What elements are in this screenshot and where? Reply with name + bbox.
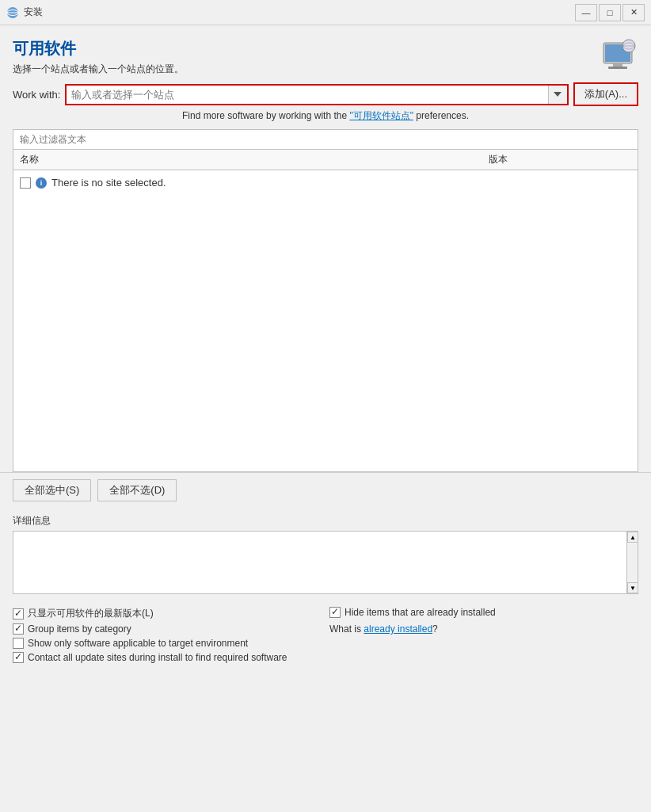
option-left-2: Group items by category [13, 623, 322, 635]
title-bar: 安装 — □ ✕ [0, 0, 651, 25]
hide-installed-checkbox[interactable] [329, 607, 341, 618]
option-right-1: Hide items that are already installed [329, 607, 638, 618]
minimize-button[interactable]: — [575, 4, 597, 21]
contact-update-sites-label: Contact all update sites during install … [28, 652, 287, 663]
hide-installed-label: Hide items that are already installed [345, 607, 496, 618]
buttons-row: 全部选中(S) 全部不选(D) [0, 472, 651, 508]
table-body: i There is no site selected. [13, 170, 638, 471]
chevron-down-icon [554, 92, 562, 97]
option-row-1: 只显示可用软件的最新版本(L) Hide items that are alre… [13, 607, 638, 620]
no-site-text: There is no site selected. [51, 177, 166, 189]
no-site-checkbox[interactable] [20, 177, 31, 189]
find-more-text-before: Find more software by working with the [182, 110, 349, 121]
show-latest-checkbox[interactable] [13, 608, 24, 619]
group-by-category-label: Group items by category [28, 623, 131, 635]
page-header: 可用软件 选择一个站点或者输入一个站点的位置。 [13, 38, 638, 76]
header-icon [597, 38, 638, 76]
details-section: 详细信息 ▲ ▼ [0, 508, 651, 600]
software-table: 名称 版本 i There is no site selected. [13, 150, 638, 472]
option-left-4: Contact all update sites during install … [13, 652, 638, 663]
title-bar-controls: — □ ✕ [575, 4, 645, 21]
add-button[interactable]: 添加(A)... [573, 82, 638, 106]
filter-input[interactable] [13, 130, 638, 149]
svg-rect-6 [608, 67, 627, 69]
show-latest-label: 只显示可用软件的最新版本(L) [28, 607, 154, 620]
select-all-button[interactable]: 全部选中(S) [13, 479, 91, 501]
already-installed-text: What is already installed? [329, 623, 438, 635]
scroll-down-arrow[interactable]: ▼ [627, 582, 638, 593]
find-more-row: Find more software by working with the "… [13, 109, 638, 123]
work-with-dropdown-button[interactable] [548, 86, 567, 104]
work-with-input[interactable] [67, 86, 547, 104]
work-with-row: Work with: 添加(A)... [13, 82, 638, 106]
table-header: 名称 版本 [13, 150, 638, 170]
available-software-sites-link[interactable]: "可用软件站点" [349, 110, 413, 121]
main-content: 可用软件 选择一个站点或者输入一个站点的位置。 Work with: [0, 25, 651, 472]
option-left-1: 只显示可用软件的最新版本(L) [13, 607, 322, 620]
details-label: 详细信息 [13, 514, 638, 528]
maximize-button[interactable]: □ [599, 4, 621, 21]
work-with-label: Work with: [13, 89, 60, 101]
already-installed-link[interactable]: already installed [364, 623, 432, 635]
no-site-row: i There is no site selected. [20, 175, 166, 190]
info-icon: i [36, 177, 47, 189]
option-left-3: Show only software applicable to target … [13, 638, 638, 649]
title-bar-text: 安装 [24, 6, 43, 19]
install-computer-icon [597, 38, 638, 76]
title-bar-left: 安装 [6, 6, 43, 19]
option-row-2: Group items by category What is already … [13, 623, 638, 635]
page-subtitle: 选择一个站点或者输入一个站点的位置。 [13, 63, 184, 76]
install-icon [6, 6, 19, 19]
options-section: 只显示可用软件的最新版本(L) Hide items that are alre… [0, 600, 651, 676]
scroll-up-arrow[interactable]: ▲ [627, 532, 638, 543]
col-version-header: 版本 [489, 153, 631, 166]
close-button[interactable]: ✕ [622, 4, 645, 21]
work-with-input-container [65, 84, 568, 105]
group-by-category-checkbox[interactable] [13, 623, 24, 635]
page-title: 可用软件 [13, 38, 184, 59]
filter-input-container [13, 129, 638, 150]
show-applicable-checkbox[interactable] [13, 638, 24, 649]
details-box: ▲ ▼ [13, 531, 638, 594]
col-name-header: 名称 [20, 153, 489, 166]
page-header-left: 可用软件 选择一个站点或者输入一个站点的位置。 [13, 38, 184, 76]
deselect-all-button[interactable]: 全部不选(D) [97, 479, 177, 501]
svg-rect-5 [613, 63, 622, 67]
scrollbar-right: ▲ ▼ [626, 532, 638, 593]
option-right-2: What is already installed? [329, 623, 638, 635]
option-row-3: Show only software applicable to target … [13, 638, 638, 649]
contact-update-sites-checkbox[interactable] [13, 652, 24, 663]
option-row-4: Contact all update sites during install … [13, 652, 638, 663]
find-more-text-after: preferences. [413, 110, 469, 121]
show-applicable-label: Show only software applicable to target … [28, 638, 248, 649]
